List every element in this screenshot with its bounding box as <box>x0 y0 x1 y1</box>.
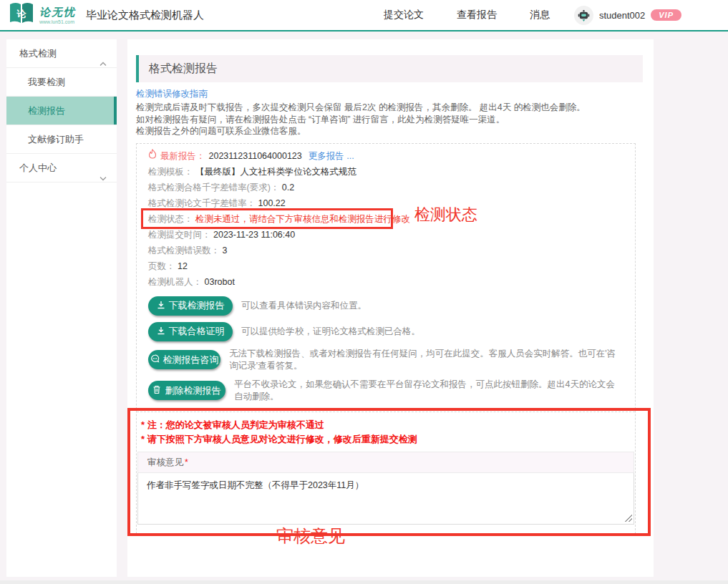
sidebar-item-label: 我要检测 <box>28 68 65 97</box>
brand-url: www.lun51.com <box>39 19 76 24</box>
action-desc: 无法下载检测报告、或者对检测报告有任何疑问，均可在此提交。客服人员会实时解答。也… <box>229 348 623 372</box>
sidebar-item-my-check[interactable]: 我要检测 <box>6 68 117 97</box>
field-label: 页数： <box>148 261 175 271</box>
review-label-bar: 审核意见* <box>137 452 634 473</box>
delete-report-button[interactable]: 删除检测报告 <box>148 381 225 400</box>
report-field-row: 页数： 12 <box>148 258 623 274</box>
brand-logo[interactable]: 论 论无忧 www.lun51.com <box>9 1 76 29</box>
notice-line: 检测完成后请及时下载报告，多次提交检测只会保留 最后2次 的检测报告，其余删除。… <box>136 102 643 114</box>
field-label: 格式检测合格千字差错率(要求)： <box>148 182 279 193</box>
button-label: 删除检测报告 <box>165 384 220 397</box>
notice-block: 检测完成后请及时下载报告，多次提交检测只会保留 最后2次 的检测报告，其余删除。… <box>136 102 643 137</box>
vip-badge: VIP <box>651 9 681 21</box>
report-field-row: 格式检测论文千字差错率： 100.22 <box>148 195 623 211</box>
sidebar-item-label: 文献修订助手 <box>28 125 84 154</box>
field-label: 格式检测论文千字差错率： <box>148 198 256 208</box>
user-menu[interactable]: student002 VIP <box>574 6 681 25</box>
report-section: 最新报告： 2023112311064000123 更多报告 ... 检测模板：… <box>137 144 635 412</box>
latest-report-number: 2023112311064000123 <box>209 148 302 164</box>
chat-bubble-icon <box>150 354 160 366</box>
latest-report-row: 最新报告： 2023112311064000123 更多报告 ... <box>148 148 623 164</box>
username: student002 <box>599 10 645 21</box>
robot-avatar-icon <box>574 6 593 25</box>
logo-book-icon: 论 <box>9 1 34 29</box>
sidebar-item-label: 检测报告 <box>28 97 65 125</box>
content-panel: 格式检测报告 检测错误修改指南 检测完成后请及时下载报告，多次提交检测只会保留 … <box>127 39 654 577</box>
report-field-row: 检测机器人： 03robot <box>148 274 623 290</box>
action-desc: 平台不收录论文，如果您确认不需要在平台留存论文和报告，可点此按钮删除。超出4天的… <box>234 379 623 403</box>
button-label: 下载合格证明 <box>169 325 225 338</box>
report-consult-button[interactable]: 检测报告咨询 <box>148 350 220 369</box>
report-field-row: 格式检测错误数： 3 <box>148 243 623 258</box>
download-icon <box>157 326 165 337</box>
button-label: 检测报告咨询 <box>163 354 219 366</box>
download-report-button[interactable]: 下载检测报告 <box>148 296 233 316</box>
action-row: 下载检测报告 可以查看具体错误内容和位置。 <box>148 296 623 316</box>
report-panel: 最新报告： 2023112311064000123 更多报告 ... 检测模板：… <box>136 143 636 534</box>
field-value: 0.2 <box>282 182 294 193</box>
review-required-asterisk: * <box>185 457 188 467</box>
status-annotation-label: 检测状态 <box>414 207 477 223</box>
sidebar-item-literature-assistant[interactable]: 文献修订助手 <box>6 125 117 154</box>
latest-report-label: 最新报告： <box>160 148 205 164</box>
report-field-row: 格式检测合格千字差错率(要求)： 0.2 <box>148 180 623 195</box>
field-value: 检测未通过，请结合下方审核信息和检测报告进行修改 <box>195 214 410 224</box>
app-title: 毕业论文格式检测机器人 <box>86 9 204 22</box>
action-row: 下载合格证明 可以提供给学校，证明论文格式检测已合格。 <box>148 322 623 341</box>
nav-view-report[interactable]: 查看报告 <box>457 9 497 21</box>
download-icon <box>157 301 165 311</box>
action-row: 删除检测报告 平台不收录论文，如果您确认不需要在平台留存论文和报告，可点此按钮删… <box>148 379 623 403</box>
report-field-row: 检测模板： 【最终版】人文社科类学位论文格式规范 <box>148 164 623 180</box>
nav-messages[interactable]: 消息 <box>530 9 550 21</box>
page: 论 论无忧 www.lun51.com 毕业论文格式检测机器人 提交论文 查看报… <box>0 0 728 584</box>
review-note-1: * 注：您的论文被审核人员判定为审核不通过 <box>137 418 635 432</box>
flame-icon <box>148 148 157 164</box>
sidebar-item-personal-center[interactable]: 个人中心 <box>6 154 117 182</box>
field-label: 检测机器人： <box>148 277 202 287</box>
review-annotation-label: 审核意见 <box>276 525 345 548</box>
sidebar-item-label: 个人中心 <box>19 154 57 182</box>
action-desc: 可以查看具体错误内容和位置。 <box>241 300 367 312</box>
button-label: 下载检测报告 <box>169 299 225 312</box>
nav-submit-paper[interactable]: 提交论文 <box>384 9 424 21</box>
sidebar: 格式检测 我要检测 检测报告 文献修订助手 个人中心 <box>6 39 117 577</box>
action-row: 检测报告咨询 无法下载检测报告、或者对检测报告有任何疑问，均可在此提交。客服人员… <box>148 348 623 372</box>
field-label: 格式检测错误数： <box>148 245 220 256</box>
review-comment-textarea[interactable]: 作者非手写签字或日期不完整（不得早于2023年11月） <box>137 473 634 525</box>
page-title: 格式检测报告 <box>136 55 643 82</box>
review-note-2: * 请下按照下方审核人员意见对论文进行修改，修改后重新提交检测 <box>137 432 635 447</box>
guide-link[interactable]: 检测错误修改指南 <box>136 88 208 100</box>
field-label: 检测提交时间： <box>148 230 211 240</box>
review-label: 审核意见 <box>147 457 183 467</box>
more-reports-link[interactable]: 更多报告 ... <box>309 148 354 164</box>
bottom-strip <box>0 580 728 584</box>
sidebar-item-format-check[interactable]: 格式检测 <box>6 39 117 68</box>
notice-line: 如对检测报告有疑问，请在检测报告处点击 “订单咨询” 进行留言，此处为检测答疑唯… <box>136 114 643 126</box>
report-field-row-status: 检测状态： 检测未通过，请结合下方审核信息和检测报告进行修改 检测状态 <box>148 211 623 227</box>
header-nav: 提交论文 查看报告 消息 <box>384 9 550 21</box>
review-section: * 注：您的论文被审核人员判定为审核不通过 * 请下按照下方审核人员意见对论文进… <box>137 412 635 533</box>
field-value: 2023-11-23 11:06:40 <box>213 230 295 240</box>
field-value: 12 <box>178 261 188 271</box>
field-value: 03robot <box>204 277 234 287</box>
field-label: 检测模板： <box>148 167 193 177</box>
app-header: 论 论无忧 www.lun51.com 毕业论文格式检测机器人 提交论文 查看报… <box>0 0 728 31</box>
chevron-down-icon <box>100 164 107 193</box>
svg-text:论: 论 <box>16 9 27 19</box>
action-desc: 可以提供给学校，证明论文格式检测已合格。 <box>241 326 420 338</box>
notice-line: 检测报告之外的问题可联系企业微信客服。 <box>136 125 643 137</box>
brand-name: 论无忧 <box>39 6 76 17</box>
field-value: 100.22 <box>258 198 285 208</box>
textarea-resize-handle[interactable] <box>625 515 632 522</box>
sidebar-item-report[interactable]: 检测报告 <box>6 97 117 125</box>
report-field-row: 检测提交时间： 2023-11-23 11:06:40 <box>148 227 623 243</box>
field-value: 【最终版】人文社科类学位论文格式规范 <box>195 167 356 177</box>
sidebar-item-label: 格式检测 <box>19 39 57 68</box>
download-certificate-button[interactable]: 下载合格证明 <box>148 322 233 341</box>
field-label: 检测状态： <box>148 214 193 224</box>
trash-can-icon <box>152 385 161 396</box>
review-comment-wrap: 作者非手写签字或日期不完整（不得早于2023年11月） <box>137 473 634 525</box>
field-value: 3 <box>222 245 227 256</box>
